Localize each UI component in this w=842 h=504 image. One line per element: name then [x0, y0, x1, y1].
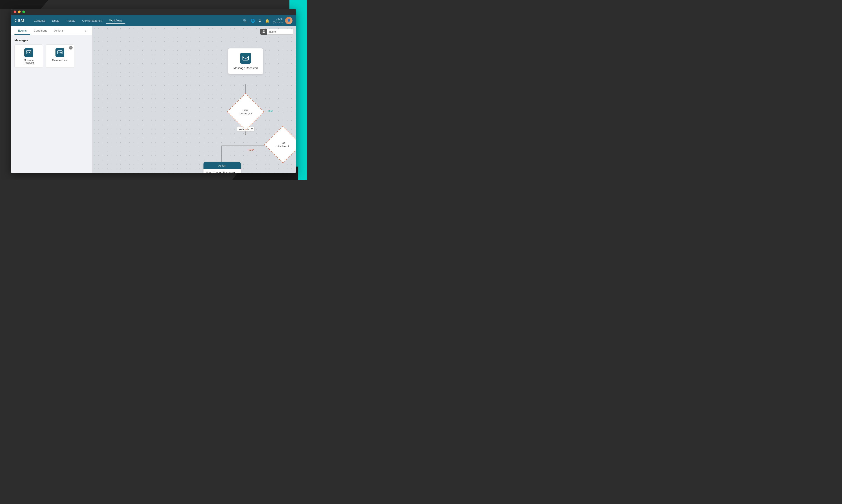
message-sent-icon	[55, 48, 64, 57]
collapse-button[interactable]: «	[83, 27, 88, 34]
message-received-icon	[24, 48, 33, 57]
condition2-text: Has attachment	[277, 141, 289, 148]
condition1-true-label: True	[267, 110, 273, 113]
title-bar	[11, 9, 296, 15]
action1-node[interactable]: Action Send Canned Response اوقات الدوام…	[204, 162, 241, 173]
condition2-false-label: False	[248, 148, 254, 151]
svg-rect-2	[57, 51, 62, 54]
minimize-button[interactable]	[18, 11, 21, 13]
logo: CRM	[15, 17, 25, 24]
app-window: CRM Contacts Deals Tickets Conversations…	[11, 9, 296, 173]
info-badge: ?	[69, 46, 73, 50]
search-icon[interactable]: 🔍	[243, 19, 247, 23]
nav-tickets[interactable]: Tickets	[63, 18, 78, 24]
nav-workflows[interactable]: Workflows	[106, 18, 125, 24]
condition1-container: From channel type Instagram Facebook Twi…	[232, 98, 259, 131]
message-received-node[interactable]: Message Received	[228, 48, 263, 74]
nav-conversations[interactable]: Conversations	[79, 18, 105, 24]
user-avatar[interactable]: 👤	[285, 17, 293, 24]
svg-rect-19	[243, 56, 248, 60]
message-sent-label: Message Sent	[52, 59, 68, 61]
left-panel: Events Conditions Actions « Messages	[11, 26, 92, 173]
nav-contacts[interactable]: Contacts	[31, 18, 48, 24]
notifications-icon[interactable]: 🔔	[265, 19, 269, 23]
user-menu[interactable]: علاقات (Business) 👤	[273, 17, 293, 24]
action1-header: Action	[204, 162, 241, 169]
condition1-diamond[interactable]: From channel type	[227, 93, 264, 130]
user-name: علاقات	[273, 18, 283, 21]
condition2-container: Has attachment	[270, 131, 296, 158]
panel-tabs: Events Conditions Actions «	[11, 26, 92, 35]
navbar: CRM Contacts Deals Tickets Conversations…	[11, 15, 296, 26]
action1-type: Send Canned Response	[206, 171, 238, 173]
nav-icons: 🔍 🌐 ⚙ 🔔 علاقات (Business) 👤	[243, 17, 293, 24]
tab-actions[interactable]: Actions	[51, 26, 67, 35]
maximize-button[interactable]	[22, 11, 25, 13]
message-sent-card[interactable]: ? Message Sent	[46, 44, 74, 68]
svg-rect-1	[26, 51, 31, 54]
svg-text:CRM: CRM	[15, 18, 24, 22]
canvas-area[interactable]: 💾	[92, 26, 296, 173]
node-message-received-icon	[240, 53, 251, 64]
tab-events[interactable]: Events	[15, 26, 30, 35]
message-cards: Message Received ?	[15, 44, 88, 68]
connections-svg	[92, 26, 296, 173]
action1-body: Send Canned Response اوقات الدوام الرد ا…	[204, 169, 241, 173]
tab-conditions[interactable]: Conditions	[30, 26, 51, 35]
message-received-label: Message Received	[19, 59, 38, 64]
message-received-node-label: Message Received	[233, 67, 258, 70]
translate-icon[interactable]: 🌐	[251, 19, 255, 23]
message-received-card[interactable]: Message Received	[15, 44, 43, 68]
panel-content: Messages Message Received	[11, 35, 92, 173]
settings-icon[interactable]: ⚙	[259, 19, 262, 23]
svg-marker-9	[245, 134, 246, 136]
nav-deals[interactable]: Deals	[49, 18, 62, 24]
workflow-name-input[interactable]	[267, 29, 293, 35]
user-subtitle: (Business)	[273, 21, 283, 23]
condition1-text: From channel type	[239, 108, 252, 115]
content-area: Events Conditions Actions « Messages	[11, 26, 296, 173]
save-icon[interactable]: 💾	[260, 29, 267, 35]
name-input-container: 💾	[260, 29, 293, 35]
condition2-diamond[interactable]: Has attachment	[264, 126, 296, 163]
messages-section-title: Messages	[15, 39, 88, 42]
close-button[interactable]	[14, 11, 16, 13]
